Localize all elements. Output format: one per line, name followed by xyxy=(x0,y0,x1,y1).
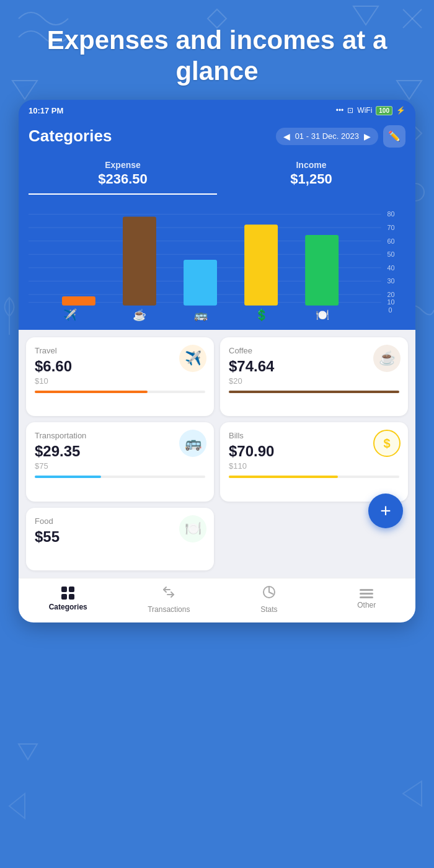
travel-progress-track xyxy=(35,391,205,393)
bottom-nav: Categories Transactions xyxy=(19,578,415,622)
bills-progress-bar xyxy=(229,476,338,478)
category-card-transportation[interactable]: 🚌 Transportation $29.35 $75 xyxy=(26,422,214,502)
cards-area: ✈️ Travel $6.60 $10 ☕ Coffee $74.64 $20 … xyxy=(19,330,415,578)
nav-item-other[interactable]: Other xyxy=(348,589,385,609)
travel-chart-icon: ✈️ xyxy=(63,308,78,322)
transport-progress-track xyxy=(35,476,205,478)
date-range-text: 01 - 31 Dec. 2023 xyxy=(295,131,359,141)
add-fab-button[interactable]: + xyxy=(368,494,403,528)
bar-coffee xyxy=(123,216,156,305)
stats-icon xyxy=(262,585,277,603)
lightning-icon: ⚡ xyxy=(396,106,405,115)
svg-marker-8 xyxy=(19,744,37,760)
food-chart-icon: 🍽️ xyxy=(316,308,330,322)
category-card-travel[interactable]: ✈️ Travel $6.60 $10 xyxy=(26,337,214,417)
nav-item-stats[interactable]: Stats xyxy=(250,585,288,614)
status-bar: 10:17 PM ••• ⊡ WiFi 100 ⚡ xyxy=(19,100,415,119)
svg-text:10: 10 xyxy=(388,298,395,305)
food-icon-circle: 🍽️ xyxy=(179,515,206,542)
wifi-icon: WiFi xyxy=(357,106,372,115)
date-nav[interactable]: ◀ 01 - 31 Dec. 2023 ▶ xyxy=(276,128,378,145)
travel-progress-bar xyxy=(35,391,148,393)
coffee-chart-icon: ☕ xyxy=(133,308,147,322)
svg-marker-9 xyxy=(9,794,25,818)
plus-icon: + xyxy=(380,500,391,521)
category-card-coffee[interactable]: ☕ Coffee $74.64 $20 xyxy=(220,337,408,417)
bills-progress-track xyxy=(229,476,399,478)
coffee-icon: ☕ xyxy=(379,350,396,366)
transport-budget: $75 xyxy=(35,461,205,471)
category-card-food[interactable]: 🍽️ Food $55 xyxy=(26,508,214,570)
nav-label-other: Other xyxy=(357,601,376,609)
bar-chart: 80 70 60 50 40 30 20 10 0 ✈️ ☕ 🚌 💲 🍽️ xyxy=(29,201,405,325)
tab-income-label: Income xyxy=(217,160,405,170)
svg-text:70: 70 xyxy=(388,224,395,231)
tab-expense-label: Expense xyxy=(29,160,217,170)
prev-date-btn[interactable]: ◀ xyxy=(283,131,290,141)
svg-text:40: 40 xyxy=(388,264,395,272)
other-icon xyxy=(360,589,373,598)
coffee-budget: $20 xyxy=(229,376,399,386)
transport-progress-bar xyxy=(35,476,101,478)
app-header: Categories ◀ 01 - 31 Dec. 2023 ▶ ✏️ xyxy=(19,119,415,155)
nav-item-transactions[interactable]: Transactions xyxy=(148,585,190,614)
screen-icon: ⊡ xyxy=(347,106,353,115)
svg-text:20: 20 xyxy=(388,291,395,298)
nav-item-categories[interactable]: Categories xyxy=(49,587,87,611)
svg-text:0: 0 xyxy=(389,306,392,314)
tab-income[interactable]: Income $1,250 xyxy=(217,155,405,195)
travel-icon-circle: ✈️ xyxy=(179,345,206,372)
edit-button[interactable]: ✏️ xyxy=(383,125,405,148)
svg-text:50: 50 xyxy=(388,250,395,258)
coffee-progress-bar xyxy=(229,391,399,393)
category-card-bills[interactable]: $ Bills $70.90 $110 xyxy=(220,422,408,502)
travel-budget: $10 xyxy=(35,376,205,386)
travel-icon: ✈️ xyxy=(185,350,202,366)
status-icons: ••• ⊡ WiFi 100 ⚡ xyxy=(336,106,405,115)
chart-area: 80 70 60 50 40 30 20 10 0 ✈️ ☕ 🚌 💲 🍽️ xyxy=(19,195,415,330)
svg-marker-10 xyxy=(403,781,422,806)
svg-text:30: 30 xyxy=(388,277,395,285)
nav-label-stats: Stats xyxy=(260,605,277,614)
tab-expense-amount: $236.50 xyxy=(29,171,217,187)
transport-icon: 🚌 xyxy=(185,435,202,451)
app-title: Categories xyxy=(29,126,112,146)
bills-budget: $110 xyxy=(229,461,399,471)
phone-frame: 10:17 PM ••• ⊡ WiFi 100 ⚡ Categories ◀ 0… xyxy=(19,100,415,622)
bills-chart-icon: 💲 xyxy=(255,308,269,322)
dots-icon: ••• xyxy=(336,106,344,115)
food-icon: 🍽️ xyxy=(185,521,202,537)
tabs-area: Expense $236.50 Income $1,250 xyxy=(19,155,415,195)
tab-income-amount: $1,250 xyxy=(217,171,405,187)
header-title: Expenses and incomes at a glance xyxy=(25,25,409,87)
svg-text:60: 60 xyxy=(388,237,395,244)
nav-label-transactions: Transactions xyxy=(148,605,190,614)
next-date-btn[interactable]: ▶ xyxy=(364,131,371,141)
battery-indicator: 100 xyxy=(376,106,392,115)
coffee-progress-track xyxy=(229,391,399,393)
bar-food xyxy=(305,235,339,306)
svg-text:80: 80 xyxy=(388,210,395,218)
categories-icon xyxy=(61,587,75,600)
header-area: Expenses and incomes at a glance xyxy=(0,0,434,100)
nav-label-categories: Categories xyxy=(49,603,87,611)
transactions-icon xyxy=(161,585,176,603)
bills-icon: $ xyxy=(383,436,390,451)
transport-chart-icon: 🚌 xyxy=(194,308,208,322)
bar-travel xyxy=(62,296,95,306)
coffee-icon-circle: ☕ xyxy=(373,345,401,372)
bar-transportation xyxy=(184,260,217,306)
tab-expense[interactable]: Expense $236.50 xyxy=(29,155,217,195)
bar-bills xyxy=(244,224,278,305)
status-time: 10:17 PM xyxy=(29,106,63,115)
